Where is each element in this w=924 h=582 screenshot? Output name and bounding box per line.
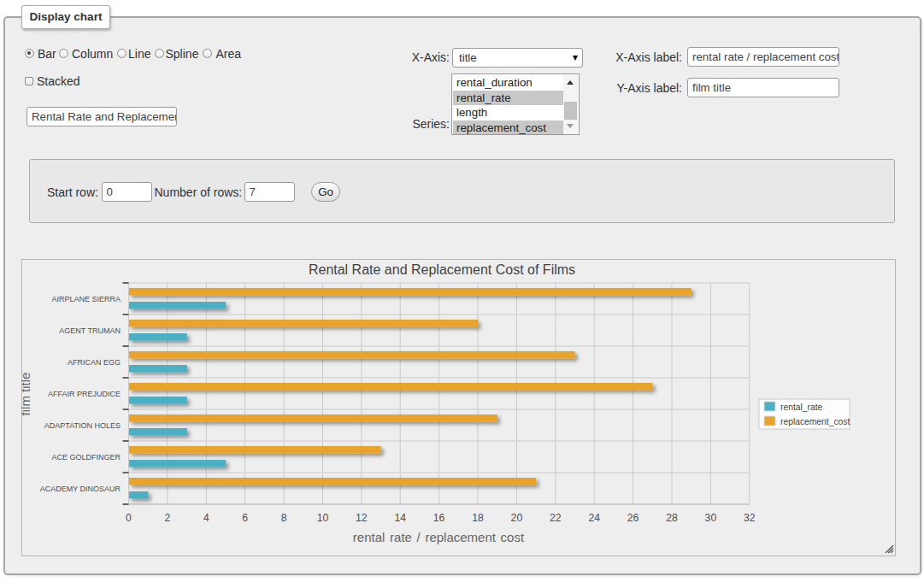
svg-text:AFFAIR PREJUDICE: AFFAIR PREJUDICE (48, 390, 121, 398)
svg-text:8: 8 (281, 512, 287, 524)
svg-text:18: 18 (472, 512, 484, 524)
svg-text:14: 14 (394, 512, 406, 524)
svg-text:AIRPLANE SIERRA: AIRPLANE SIERRA (51, 295, 121, 303)
svg-text:26: 26 (627, 512, 639, 524)
svg-text:rental rate / replacement cost: rental rate / replacement cost (353, 530, 525, 544)
svg-text:replacement_cost: replacement_cost (780, 417, 850, 426)
svg-text:ACE GOLDFINGER: ACE GOLDFINGER (51, 453, 121, 461)
svg-text:AGENT TRUMAN: AGENT TRUMAN (59, 326, 121, 335)
svg-text:0: 0 (126, 512, 132, 524)
svg-text:film title: film title (21, 373, 32, 416)
svg-text:4: 4 (203, 512, 209, 524)
svg-text:6: 6 (242, 512, 248, 524)
svg-text:20: 20 (511, 512, 523, 524)
svg-text:16: 16 (433, 512, 445, 524)
svg-text:28: 28 (666, 512, 678, 524)
svg-text:Rental Rate and Replacement Co: Rental Rate and Replacement Cost of Film… (309, 262, 575, 277)
svg-text:rental_rate: rental_rate (780, 403, 823, 412)
svg-text:32: 32 (744, 512, 756, 524)
svg-text:22: 22 (550, 512, 562, 524)
svg-text:30: 30 (705, 512, 717, 524)
svg-text:ACADEMY DINOSAUR: ACADEMY DINOSAUR (40, 485, 121, 493)
svg-text:ADAPTATION HOLES: ADAPTATION HOLES (44, 421, 121, 430)
svg-text:AFRICAN EGG: AFRICAN EGG (68, 358, 121, 367)
svg-text:24: 24 (588, 512, 600, 524)
svg-text:12: 12 (356, 512, 368, 524)
svg-text:10: 10 (317, 512, 329, 524)
svg-text:2: 2 (165, 512, 171, 524)
